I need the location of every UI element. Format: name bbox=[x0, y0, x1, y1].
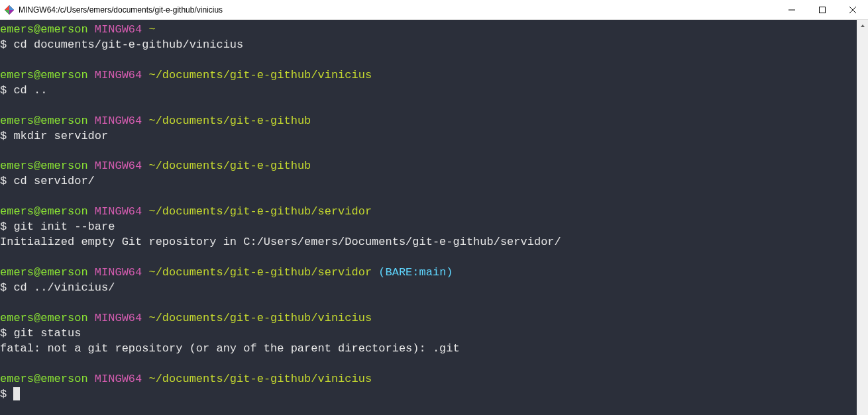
command-line: $ cd .. bbox=[0, 83, 857, 99]
prompt-user: emers@emerson bbox=[0, 312, 88, 324]
command-text: mkdir servidor bbox=[13, 130, 108, 142]
prompt-user: emers@emerson bbox=[0, 266, 88, 279]
prompt-shell: MINGW64 bbox=[95, 23, 142, 36]
command-line: $ cd ../vinicius/ bbox=[0, 281, 857, 296]
cursor bbox=[13, 387, 20, 400]
svg-marker-4 bbox=[5, 5, 9, 10]
prompt-line: emers@emerson MINGW64 ~/documents/git-e-… bbox=[0, 265, 857, 281]
minimize-button[interactable] bbox=[777, 0, 807, 19]
prompt-shell: MINGW64 bbox=[95, 160, 142, 172]
command-text: cd documents/git-e-github/vinicius bbox=[13, 38, 243, 51]
prompt-line: emers@emerson MINGW64 ~/documents/git-e-… bbox=[0, 68, 857, 83]
command-line: $ bbox=[0, 387, 857, 402]
window-controls bbox=[777, 0, 868, 19]
svg-rect-6 bbox=[820, 7, 826, 13]
prompt-dollar: $ bbox=[0, 84, 7, 97]
command-text: cd servidor/ bbox=[13, 175, 94, 187]
prompt-dollar: $ bbox=[0, 220, 7, 233]
prompt-line: emers@emerson MINGW64 ~/documents/git-e-… bbox=[0, 159, 857, 174]
svg-marker-9 bbox=[861, 24, 865, 27]
command-line: $ cd documents/git-e-github/vinicius bbox=[0, 38, 857, 53]
command-text: cd ../vinicius/ bbox=[13, 281, 115, 294]
prompt-shell: MINGW64 bbox=[95, 205, 142, 218]
prompt-dollar: $ bbox=[0, 281, 7, 294]
command-text: git init --bare bbox=[13, 220, 115, 233]
prompt-shell: MINGW64 bbox=[95, 312, 142, 324]
prompt-dollar: $ bbox=[0, 175, 7, 187]
terminal[interactable]: emers@emerson MINGW64 ~$ cd documents/gi… bbox=[0, 20, 857, 415]
prompt-user: emers@emerson bbox=[0, 69, 88, 81]
prompt-user: emers@emerson bbox=[0, 115, 88, 127]
command-line: $ mkdir servidor bbox=[0, 129, 857, 144]
prompt-path: ~/documents/git-e-github bbox=[148, 115, 311, 127]
prompt-line: emers@emerson MINGW64 ~/documents/git-e-… bbox=[0, 205, 857, 220]
prompt-path: ~ bbox=[148, 23, 155, 36]
command-line: $ cd servidor/ bbox=[0, 174, 857, 189]
command-text: cd .. bbox=[13, 84, 47, 97]
prompt-path: ~/documents/git-e-github/servidor bbox=[148, 205, 372, 218]
prompt-dollar: $ bbox=[0, 388, 7, 400]
command-text: git status bbox=[13, 327, 81, 340]
prompt-line: emers@emerson MINGW64 ~/documents/git-e-… bbox=[0, 114, 857, 129]
prompt-branch: (BARE:main) bbox=[378, 266, 453, 279]
prompt-shell: MINGW64 bbox=[95, 115, 142, 127]
prompt-dollar: $ bbox=[0, 130, 7, 142]
command-line: $ git init --bare bbox=[0, 220, 857, 235]
prompt-line: emers@emerson MINGW64 ~/documents/git-e-… bbox=[0, 311, 857, 326]
prompt-line: emers@emerson MINGW64 ~/documents/git-e-… bbox=[0, 372, 857, 387]
prompt-user: emers@emerson bbox=[0, 23, 88, 36]
output-line: fatal: not a git repository (or any of t… bbox=[0, 342, 857, 357]
prompt-user: emers@emerson bbox=[0, 373, 88, 385]
prompt-path: ~/documents/git-e-github/vinicius bbox=[148, 373, 372, 385]
prompt-user: emers@emerson bbox=[0, 160, 88, 172]
prompt-shell: MINGW64 bbox=[95, 69, 142, 81]
command-line: $ git status bbox=[0, 326, 857, 342]
scrollbar[interactable] bbox=[857, 20, 868, 415]
prompt-user: emers@emerson bbox=[0, 205, 88, 218]
output-line: Initialized empty Git repository in C:/U… bbox=[0, 235, 857, 250]
prompt-path: ~/documents/git-e-github/vinicius bbox=[148, 312, 372, 324]
prompt-path: ~/documents/git-e-github/servidor bbox=[148, 266, 372, 279]
prompt-dollar: $ bbox=[0, 38, 7, 51]
close-button[interactable] bbox=[838, 0, 868, 19]
app-icon bbox=[4, 5, 15, 15]
prompt-line: emers@emerson MINGW64 ~ bbox=[0, 23, 857, 38]
prompt-dollar: $ bbox=[0, 327, 7, 340]
prompt-path: ~/documents/git-e-github bbox=[148, 160, 311, 172]
prompt-shell: MINGW64 bbox=[95, 373, 142, 385]
maximize-button[interactable] bbox=[807, 0, 838, 19]
terminal-container: emers@emerson MINGW64 ~$ cd documents/gi… bbox=[0, 20, 868, 415]
prompt-path: ~/documents/git-e-github/vinicius bbox=[148, 69, 372, 81]
scroll-up-arrow[interactable] bbox=[857, 20, 868, 31]
prompt-shell: MINGW64 bbox=[95, 266, 142, 279]
window-title: MINGW64:/c/Users/emers/documents/git-e-g… bbox=[19, 5, 777, 15]
window-titlebar: MINGW64:/c/Users/emers/documents/git-e-g… bbox=[0, 0, 868, 20]
